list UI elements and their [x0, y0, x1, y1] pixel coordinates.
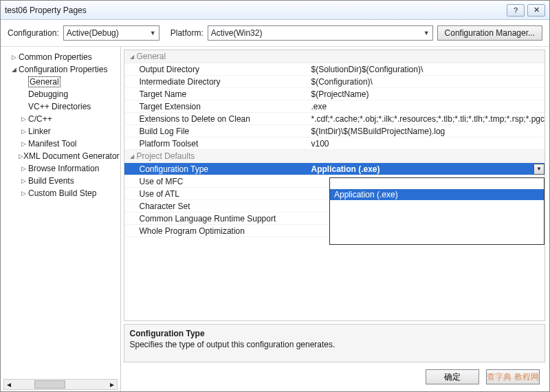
platform-value: Active(Win32) — [211, 28, 263, 38]
description-title: Configuration Type — [130, 329, 539, 338]
tree-debugging[interactable]: Debugging — [3, 88, 119, 100]
tree-vcdirs[interactable]: VC++ Directories — [3, 100, 119, 113]
description-box: Configuration Type Specifies the type of… — [124, 324, 545, 362]
section-project-defaults[interactable]: ◢Project Defaults — [124, 150, 544, 163]
tree-common-properties[interactable]: ▷Common Properties — [3, 51, 119, 63]
prop-row[interactable]: Build Log File$(IntDir)\$(MSBuildProject… — [124, 125, 544, 138]
cancel-button[interactable]: 查字典 教程网 — [486, 369, 540, 384]
dropdown-button[interactable]: ▼ — [534, 164, 544, 175]
prop-row[interactable]: Output Directory$(SolutionDir)$(Configur… — [124, 63, 544, 76]
chevron-right-icon: ▷ — [19, 128, 28, 135]
scroll-right-icon[interactable]: ▸ — [107, 380, 117, 389]
collapse-icon: ◢ — [130, 153, 134, 160]
description-body: Specifies the type of output this config… — [130, 340, 539, 349]
chevron-down-icon: ◢ — [9, 66, 19, 73]
chevron-right-icon: ▷ — [19, 153, 23, 160]
tree-ccpp[interactable]: ▷C/C++ — [3, 113, 119, 125]
property-grid[interactable]: ◢General Output Directory$(SolutionDir)$… — [124, 50, 545, 321]
close-button[interactable]: ✕ — [527, 4, 545, 17]
prop-row[interactable]: Extensions to Delete on Clean*.cdf;*.cac… — [124, 113, 544, 125]
dropdown-item[interactable]: Application (.exe) — [330, 189, 544, 200]
help-button[interactable]: ? — [507, 4, 525, 17]
tree-buildevents[interactable]: ▷Build Events — [3, 175, 119, 187]
nav-tree[interactable]: ▷Common Properties ◢Configuration Proper… — [1, 47, 121, 391]
collapse-icon: ◢ — [130, 54, 134, 60]
chevron-right-icon: ▷ — [19, 140, 28, 147]
platform-combo[interactable]: Active(Win32) ▼ — [208, 25, 433, 41]
prop-row[interactable]: Target Extension.exe — [124, 100, 544, 113]
prop-row[interactable]: Intermediate Directory$(Configuration)\ — [124, 76, 544, 88]
chevron-down-icon: ▼ — [150, 30, 156, 36]
dropdown-item[interactable]: <inherit from parent or project defaults… — [330, 233, 544, 244]
chevron-right-icon: ▷ — [19, 165, 28, 172]
tree-manifest[interactable]: ▷Manifest Tool — [3, 138, 119, 150]
platform-label: Platform: — [170, 28, 204, 38]
dropdown-item[interactable]: Makefile — [330, 178, 544, 189]
chevron-down-icon: ▼ — [536, 166, 542, 172]
dropdown-item[interactable]: Utility — [330, 222, 544, 233]
tree-general[interactable]: General — [3, 76, 119, 88]
config-combo[interactable]: Active(Debug) ▼ — [63, 25, 160, 41]
chevron-down-icon: ▼ — [424, 30, 430, 36]
prop-row[interactable]: Platform Toolsetv100 — [124, 138, 544, 150]
prop-row[interactable]: Target Name$(ProjectName) — [124, 88, 544, 100]
tree-xmldoc[interactable]: ▷XML Document Generator — [3, 150, 119, 162]
chevron-right-icon: ▷ — [19, 116, 28, 122]
property-pages-dialog: test06 Property Pages ? ✕ Configuration:… — [0, 0, 550, 392]
scroll-left-icon[interactable]: ◂ — [4, 380, 14, 389]
tree-config-properties[interactable]: ◢Configuration Properties — [3, 63, 119, 76]
scroll-thumb[interactable] — [34, 380, 65, 389]
dropdown-item[interactable]: Dynamic Library (.dll) — [330, 200, 544, 211]
prop-row-config-type[interactable]: Configuration Type Application (.exe) ▼ … — [124, 163, 544, 175]
chevron-right-icon: ▷ — [9, 54, 19, 61]
tree-scrollbar[interactable]: ◂ ▸ — [3, 379, 118, 390]
config-value: Active(Debug) — [67, 28, 119, 38]
config-label: Configuration: — [8, 28, 59, 38]
right-pane: ◢General Output Directory$(SolutionDir)$… — [121, 47, 549, 391]
ok-button[interactable]: 确定 — [426, 369, 479, 384]
tree-linker[interactable]: ▷Linker — [3, 125, 119, 138]
config-manager-button[interactable]: Configuration Manager... — [437, 25, 542, 41]
window-title: test06 Property Pages — [5, 6, 504, 15]
tree-custombuild[interactable]: ▷Custom Build Step — [3, 187, 119, 199]
titlebar: test06 Property Pages ? ✕ — [1, 1, 549, 20]
main: ▷Common Properties ◢Configuration Proper… — [1, 47, 549, 391]
chevron-right-icon: ▷ — [19, 177, 28, 184]
config-type-dropdown[interactable]: Makefile Application (.exe) Dynamic Libr… — [329, 177, 544, 245]
chevron-right-icon: ▷ — [19, 190, 28, 197]
tree-browse[interactable]: ▷Browse Information — [3, 162, 119, 175]
dialog-buttons: 确定 查字典 教程网 — [121, 362, 549, 391]
dropdown-item[interactable]: Static library (.lib) — [330, 211, 544, 222]
config-row: Configuration: Active(Debug) ▼ Platform:… — [1, 20, 549, 47]
section-general[interactable]: ◢General — [124, 50, 544, 63]
